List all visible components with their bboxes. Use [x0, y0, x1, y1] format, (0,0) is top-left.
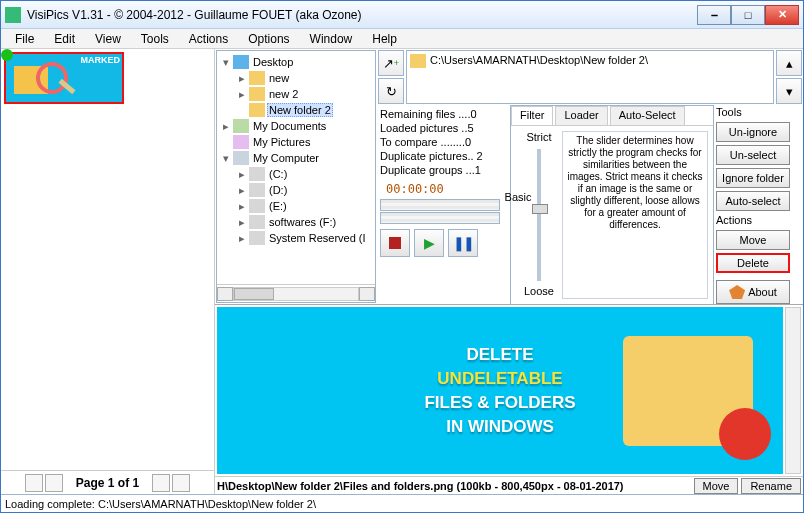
stat-remaining: Remaining files ....0 [380, 107, 506, 121]
tree-expander[interactable]: ▾ [221, 152, 231, 165]
tree-row[interactable]: ▸(E:) [217, 198, 375, 214]
tab-autoselect[interactable]: Auto-Select [610, 106, 685, 125]
autoselect-button[interactable]: Auto-select [716, 191, 790, 211]
about-button[interactable]: About [716, 280, 790, 304]
tree-label[interactable]: (E:) [267, 200, 289, 212]
slider-tick-loose[interactable]: Loose [524, 285, 554, 299]
tree-label[interactable]: softwares (F:) [267, 216, 338, 228]
tree-label[interactable]: (D:) [267, 184, 289, 196]
drive-icon [249, 183, 265, 197]
preview-pane: DELETE UNDELETABLE FILES & FOLDERS IN WI… [215, 305, 803, 476]
scroll-track[interactable] [233, 287, 359, 301]
stop-button[interactable] [380, 229, 410, 257]
pager-first-button[interactable] [25, 474, 43, 492]
status-text: Loading complete: C:\Users\AMARNATH\Desk… [5, 498, 316, 510]
refresh-path-button[interactable]: ↻ [378, 78, 404, 104]
ignore-folder-button[interactable]: Ignore folder [716, 168, 790, 188]
menu-actions[interactable]: Actions [179, 32, 238, 46]
tree-row[interactable]: ▸new 2 [217, 86, 375, 102]
pager-label: Page 1 of 1 [76, 476, 139, 490]
tree-expander[interactable]: ▸ [237, 184, 247, 197]
tree-row[interactable]: ▸new [217, 70, 375, 86]
tree-row[interactable]: ▸(C:) [217, 166, 375, 182]
pager-next-button[interactable] [152, 474, 170, 492]
slider-tick-basic[interactable]: Basic [505, 191, 532, 205]
tree-row[interactable]: ▸System Reserved (I [217, 230, 375, 246]
tree-label[interactable]: My Pictures [251, 136, 312, 148]
tree-expander[interactable]: ▸ [237, 168, 247, 181]
preview-folder-icon: ✕ [623, 336, 753, 446]
tree-expander[interactable]: ▸ [221, 120, 231, 133]
slider-tick-strict[interactable]: Strict [526, 131, 551, 145]
unselect-button[interactable]: Un-select [716, 145, 790, 165]
scroll-thumb[interactable] [234, 288, 274, 300]
tree-row[interactable]: New folder 2 [217, 102, 375, 118]
tools-column: Tools Un-ignore Un-select Ignore folder … [714, 104, 794, 306]
preview-vertical-scrollbar[interactable] [785, 307, 801, 474]
tab-loader[interactable]: Loader [555, 106, 607, 125]
move-button[interactable]: Move [716, 230, 790, 250]
folder-icon [410, 54, 426, 68]
tree-label[interactable]: Desktop [251, 56, 295, 68]
titlebar: VisiPics V1.31 - © 2004-2012 - Guillaume… [1, 1, 803, 29]
window-title: VisiPics V1.31 - © 2004-2012 - Guillaume… [27, 8, 362, 22]
menu-window[interactable]: Window [300, 32, 363, 46]
tree-label[interactable]: New folder 2 [267, 103, 333, 117]
menu-help[interactable]: Help [362, 32, 407, 46]
path-up-button[interactable]: ▴ [776, 50, 802, 76]
slider-track[interactable] [537, 149, 541, 281]
strictness-slider[interactable]: Strict Basic Loose [516, 131, 562, 299]
menu-tools[interactable]: Tools [131, 32, 179, 46]
preview-delete-icon: ✕ [735, 414, 760, 449]
tree-label[interactable]: My Documents [251, 120, 328, 132]
tab-filter[interactable]: Filter [511, 106, 553, 125]
drive-icon [249, 199, 265, 213]
tree-label[interactable]: new 2 [267, 88, 300, 100]
maximize-button[interactable] [731, 5, 765, 25]
drive-icon [249, 215, 265, 229]
tree-label[interactable]: new [267, 72, 291, 84]
drive-icon [249, 167, 265, 181]
unignore-button[interactable]: Un-ignore [716, 122, 790, 142]
tree-row[interactable]: ▸softwares (F:) [217, 214, 375, 230]
tree-row[interactable]: My Pictures [217, 134, 375, 150]
tree-expander[interactable]: ▸ [237, 72, 247, 85]
folder-icon [249, 87, 265, 101]
pager-last-button[interactable] [172, 474, 190, 492]
tree-row[interactable]: ▸(D:) [217, 182, 375, 198]
preview-image[interactable]: DELETE UNDELETABLE FILES & FOLDERS IN WI… [217, 307, 783, 474]
file-move-button[interactable]: Move [694, 478, 739, 494]
add-path-button[interactable]: ↗+ [378, 50, 404, 76]
tree-expander[interactable]: ▸ [237, 200, 247, 213]
docs-icon [233, 119, 249, 133]
tree-expander[interactable]: ▾ [221, 56, 231, 69]
path-listbox[interactable]: C:\Users\AMARNATH\Desktop\New folder 2\ [406, 50, 774, 104]
tree-row[interactable]: ▸My Documents [217, 118, 375, 134]
duplicate-thumbnail[interactable]: MARKED [4, 52, 124, 104]
pager-prev-button[interactable] [45, 474, 63, 492]
file-rename-button[interactable]: Rename [741, 478, 801, 494]
tree-expander[interactable]: ▸ [237, 216, 247, 229]
tree-label[interactable]: My Computer [251, 152, 321, 164]
close-button[interactable] [765, 5, 799, 25]
play-button[interactable]: ▶ [414, 229, 444, 257]
tree-label[interactable]: System Reserved (I [267, 232, 368, 244]
tree-expander[interactable]: ▸ [237, 88, 247, 101]
menu-view[interactable]: View [85, 32, 131, 46]
scroll-left-button[interactable] [217, 287, 233, 301]
menu-file[interactable]: File [5, 32, 44, 46]
menu-edit[interactable]: Edit [44, 32, 85, 46]
path-dropdown-button[interactable]: ▾ [776, 78, 802, 104]
minimize-button[interactable] [697, 5, 731, 25]
about-label: About [748, 286, 777, 298]
preview-line4: IN WINDOWS [424, 415, 575, 439]
tree-horizontal-scrollbar[interactable] [217, 284, 375, 302]
pause-button[interactable]: ❚❚ [448, 229, 478, 257]
tree-expander[interactable]: ▸ [237, 232, 247, 245]
tree-label[interactable]: (C:) [267, 168, 289, 180]
scroll-right-button[interactable] [359, 287, 375, 301]
tree-row[interactable]: ▾My Computer [217, 150, 375, 166]
menu-options[interactable]: Options [238, 32, 299, 46]
delete-button[interactable]: Delete [716, 253, 790, 273]
tree-row[interactable]: ▾Desktop [217, 54, 375, 70]
